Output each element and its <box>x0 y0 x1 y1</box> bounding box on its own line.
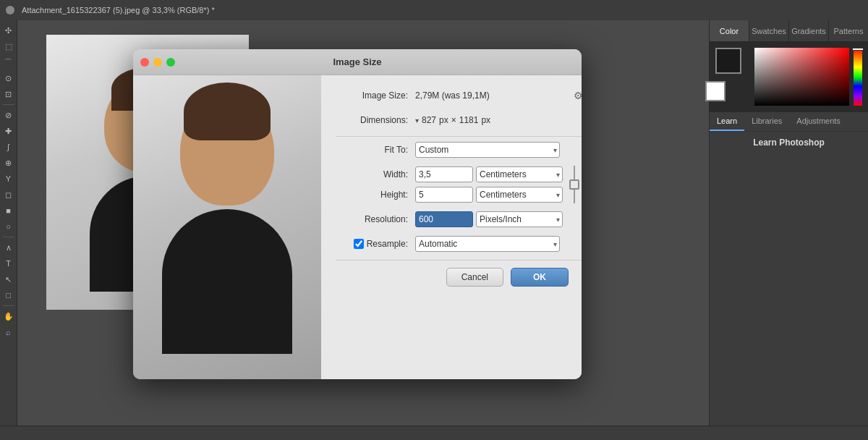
image-size-label: Image Size: <box>336 90 415 101</box>
background-color[interactable] <box>705 81 726 101</box>
dimensions-separator: × <box>451 115 456 125</box>
height-unit-select[interactable]: Centimeters Inches Pixels <box>476 187 563 203</box>
pen-tool[interactable]: ∧ <box>1 240 16 255</box>
dodge-tool[interactable]: ○ <box>1 219 16 234</box>
tool-separator-3 <box>3 305 14 306</box>
image-size-dialog: Image Size <box>133 49 582 379</box>
fit-to-select[interactable]: Custom Original Size View Size <box>415 142 560 158</box>
height-unit-wrapper: Centimeters Inches Pixels <box>476 187 563 203</box>
fg-bg-swatches[interactable] <box>715 48 750 82</box>
chain-top-line <box>574 166 575 179</box>
brush-tool[interactable]: ∫ <box>1 140 16 154</box>
eyedropper-tool[interactable]: ⊘ <box>1 108 16 122</box>
resample-checkbox[interactable] <box>354 239 364 249</box>
text-tool[interactable]: T <box>1 256 16 271</box>
tab-gradients[interactable]: Gradients <box>789 20 829 41</box>
color-picker-area <box>710 42 868 111</box>
chain-link-box <box>569 179 579 190</box>
color-panel-tabs: Color Swatches Gradients Patterns <box>710 20 868 42</box>
right-panel: Color Swatches Gradients Patterns <box>709 20 868 426</box>
dialog-settings: Image Size: 2,79M (was 19,1M) ⚙ Dimensio… <box>321 75 582 379</box>
tab-color[interactable]: Color <box>710 20 749 41</box>
dialog-close-button[interactable] <box>140 58 149 67</box>
dimensions-width-unit: px <box>439 115 448 125</box>
width-label: Width: <box>336 169 415 179</box>
height-input[interactable] <box>415 187 473 203</box>
color-spectrum[interactable] <box>854 48 862 106</box>
tool-separator-2 <box>3 237 14 237</box>
heal-tool[interactable]: ✚ <box>1 124 16 138</box>
chain-bottom-line <box>574 190 575 203</box>
width-unit-select[interactable]: Centimeters Inches Pixels <box>476 166 563 182</box>
status-bar <box>0 426 868 440</box>
dialog-preview <box>133 75 321 379</box>
fit-to-select-wrapper: Custom Original Size View Size <box>415 142 560 158</box>
dialog-preview-image <box>133 75 321 379</box>
dimensions-row: Dimensions: ▾ 827 px × 1181 px <box>336 111 582 129</box>
resample-label: Resample: <box>336 239 415 249</box>
move-tool[interactable]: ✣ <box>1 23 16 38</box>
dialog-body: Image Size: 2,79M (was 19,1M) ⚙ Dimensio… <box>133 75 582 379</box>
resolution-input[interactable] <box>415 211 473 227</box>
dialog-person-hair <box>184 82 271 140</box>
resolution-unit-select[interactable]: Pixels/Inch Pixels/Centimeter <box>476 211 563 227</box>
hand-tool[interactable]: ✋ <box>1 309 16 323</box>
width-row: Width: Centimeters Inches Pixels <box>336 166 563 183</box>
resample-select-wrapper: Automatic Preserve Details Bicubic Smoot… <box>415 236 560 252</box>
top-bar: Attachment_1615322367 (5).jpeg @ 33,3% (… <box>0 0 868 20</box>
clone-tool[interactable]: ⊕ <box>1 156 16 170</box>
tab-swatches[interactable]: Swatches <box>749 20 789 41</box>
gear-icon[interactable]: ⚙ <box>574 90 582 101</box>
resolution-row: Resolution: Pixels/Inch Pixels/Centimete… <box>336 211 582 228</box>
crop-tool[interactable]: ⊡ <box>1 87 16 101</box>
separator <box>336 136 582 137</box>
color-gradient[interactable] <box>754 48 849 106</box>
path-select-tool[interactable]: ↖ <box>1 272 16 287</box>
height-row: Height: Centimeters Inches Pixels <box>336 186 563 203</box>
ok-button[interactable]: OK <box>511 268 569 287</box>
tool-separator <box>3 104 14 105</box>
tab-libraries[interactable]: Libraries <box>744 112 789 131</box>
fit-to-row: Fit To: Custom Original Size View Size <box>336 141 582 158</box>
zoom-tool[interactable]: ⌕ <box>1 325 16 339</box>
dimensions-label: Dimensions: <box>336 115 415 125</box>
color-picker-main <box>715 48 862 106</box>
dimensions-width: 827 <box>422 115 436 125</box>
width-height-group: Width: Centimeters Inches Pixels <box>336 166 582 203</box>
lasso-tool[interactable]: ⌒ <box>1 55 16 69</box>
gradient-tool[interactable]: ■ <box>1 203 16 218</box>
panel-section-title: Learn Photoshop <box>710 132 868 153</box>
cancel-button[interactable]: Cancel <box>446 268 503 287</box>
resample-label-text: Resample: <box>367 239 408 249</box>
dialog-person-body <box>162 209 292 354</box>
quick-select-tool[interactable]: ⊙ <box>1 71 16 85</box>
color-gradient-overlay <box>754 48 849 106</box>
learn-panel-tabs: Learn Libraries Adjustments <box>710 112 868 132</box>
dialog-titlebar: Image Size <box>133 49 582 75</box>
fit-to-label: Fit To: <box>336 145 415 155</box>
dialog-maximize-button[interactable] <box>166 58 175 67</box>
shape-tool[interactable]: □ <box>1 288 16 302</box>
resample-select[interactable]: Automatic Preserve Details Bicubic Smoot… <box>415 236 560 252</box>
history-brush-tool[interactable]: Y <box>1 172 16 186</box>
eraser-tool[interactable]: ◻ <box>1 187 16 202</box>
dialog-title: Image Size <box>333 56 381 67</box>
resample-row: Resample: Automatic Preserve Details Bic… <box>336 235 582 253</box>
resolution-label: Resolution: <box>336 214 415 224</box>
canvas-area: Image Size <box>17 20 709 426</box>
marquee-tool[interactable]: ⬚ <box>1 39 16 54</box>
height-label: Height: <box>336 190 415 200</box>
width-unit-wrapper: Centimeters Inches Pixels <box>476 166 563 182</box>
left-toolbar: ✣ ⬚ ⌒ ⊙ ⊡ ⊘ ✚ ∫ ⊕ Y ◻ ■ ○ ∧ T ↖ □ ✋ ⌕ <box>0 20 17 426</box>
width-input[interactable] <box>415 166 473 182</box>
tab-adjustments[interactable]: Adjustments <box>789 112 848 131</box>
dimensions-toggle[interactable]: ▾ <box>415 117 419 124</box>
dialog-minimize-button[interactable] <box>153 58 162 67</box>
dimensions-height: 1181 <box>459 115 479 125</box>
foreground-color[interactable] <box>715 48 741 74</box>
image-size-value: 2,79M (was 19,1M) <box>415 90 490 101</box>
tab-learn[interactable]: Learn <box>710 112 744 131</box>
chain-link-icon <box>566 166 582 203</box>
window-close-button[interactable] <box>6 6 14 14</box>
tab-patterns[interactable]: Patterns <box>829 20 868 41</box>
